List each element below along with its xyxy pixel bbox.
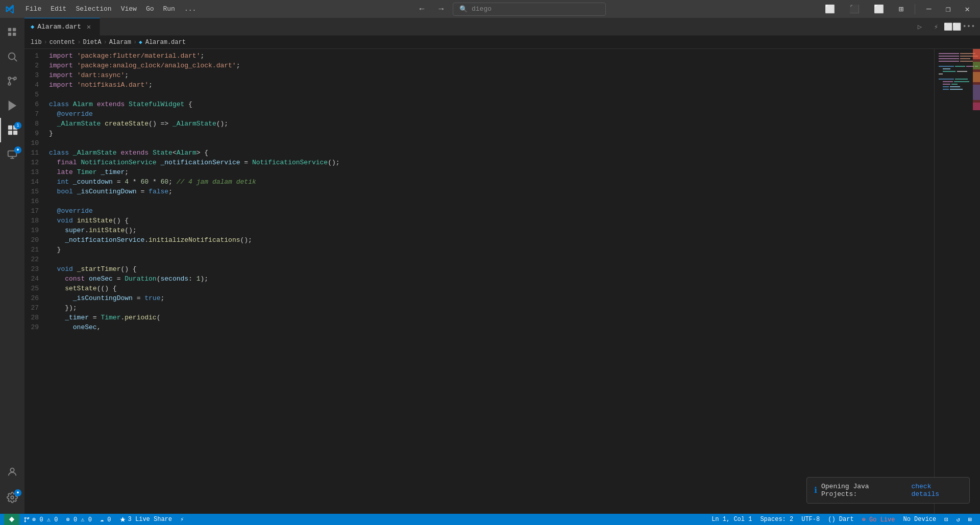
status-cloud[interactable]: ☁ 0 xyxy=(96,514,115,525)
search-text: diego xyxy=(472,5,492,13)
svg-rect-29 xyxy=(955,66,965,67)
menu-run[interactable]: Run xyxy=(159,3,179,15)
svg-rect-47 xyxy=(973,49,980,59)
code-editor[interactable]: 12345 678910 1112131415 1617181920 21222… xyxy=(24,49,980,514)
svg-rect-39 xyxy=(954,81,969,82)
svg-rect-33 xyxy=(943,71,955,72)
code-line xyxy=(45,255,934,264)
notification-text: Opening Java Projects: xyxy=(821,483,907,498)
activity-account[interactable] xyxy=(0,460,24,484)
tab-close-button[interactable]: ✕ xyxy=(84,22,93,32)
svg-rect-1 xyxy=(8,33,11,36)
search-bar[interactable]: 🔍 diego xyxy=(453,3,606,16)
code-line: oneSec, xyxy=(45,322,934,332)
status-refresh-btn[interactable]: ↺ xyxy=(952,514,964,525)
status-errors[interactable]: ⊗ 0 ⚠ 0 xyxy=(62,514,95,525)
code-line: _timer = Timer.periodic( xyxy=(45,313,934,322)
layout-panel-icon[interactable]: ⬜ xyxy=(869,2,889,16)
svg-point-7 xyxy=(8,83,11,85)
minimize-button[interactable]: — xyxy=(921,3,937,16)
close-button[interactable]: ✕ xyxy=(960,2,975,16)
status-indentation[interactable]: Spaces: 2 xyxy=(756,514,797,525)
remote-icon xyxy=(8,516,15,523)
code-line xyxy=(45,196,934,206)
activity-explorer[interactable] xyxy=(0,20,24,44)
activity-remote[interactable]: ● xyxy=(0,142,24,167)
breadcrumb-file-icon: ◆ xyxy=(139,39,142,45)
activity-settings[interactable]: ● xyxy=(0,485,24,510)
layout-sidebar-icon[interactable]: ⬛ xyxy=(844,2,865,16)
status-remote-button[interactable] xyxy=(4,514,19,525)
status-live-share[interactable]: 3 Live Share xyxy=(115,514,176,525)
tab-alaram-dart[interactable]: ◆ Alaram.dart ✕ xyxy=(24,18,100,36)
breadcrumb-alaram[interactable]: Alaram xyxy=(109,39,131,46)
svg-rect-27 xyxy=(960,61,973,62)
status-git-errors: ⊗ 0 ⚠ 0 xyxy=(32,516,58,523)
status-git-branch[interactable]: ⊗ 0 ⚠ 0 xyxy=(19,514,62,525)
menu-view[interactable]: View xyxy=(117,3,141,15)
svg-rect-2 xyxy=(13,28,16,31)
remote-badge: ● xyxy=(14,146,21,154)
status-golive-label: ⊕ Go Live xyxy=(862,516,895,523)
menu-go[interactable]: Go xyxy=(142,3,158,15)
breadcrumb-lib[interactable]: lib xyxy=(31,39,42,46)
breadcrumb-dieta[interactable]: DietA xyxy=(83,39,101,46)
layout-editor-icon[interactable]: ⬜ xyxy=(820,2,840,16)
tab-dart-icon: ◆ xyxy=(31,23,34,31)
split-editor-button[interactable]: ⬜⬜ xyxy=(945,19,960,34)
status-layout-btn[interactable]: ⊡ xyxy=(940,514,952,525)
menu-selection[interactable]: Selection xyxy=(71,3,115,15)
code-line: void _startTimer() { xyxy=(45,264,934,274)
breadcrumb-content[interactable]: content xyxy=(50,39,75,46)
svg-point-17 xyxy=(10,468,14,472)
activity-source-control[interactable] xyxy=(0,69,24,93)
status-device: No Device xyxy=(903,516,936,523)
svg-rect-10 xyxy=(8,126,12,130)
svg-rect-22 xyxy=(939,56,959,57)
code-line: class _AlarmState extends State<Alarm> { xyxy=(45,148,934,158)
code-line: const oneSec = Duration(seconds: 1); xyxy=(45,274,934,284)
activity-run-debug[interactable] xyxy=(0,93,24,118)
status-bar: ⊗ 0 ⚠ 0 ⊗ 0 ⚠ 0 ☁ 0 3 Live Share ⚡ Ln 1,… xyxy=(0,514,980,525)
maximize-button[interactable]: ❐ xyxy=(941,2,956,16)
status-spaces: Spaces: 2 xyxy=(760,516,793,523)
code-line: int _countdown = 4 * 60 * 60; // 4 jam d… xyxy=(45,177,934,187)
broadcast-button[interactable]: ⚡ xyxy=(929,19,943,34)
menu-bar: File Edit Selection View Go Run ... xyxy=(21,3,200,15)
vscode-logo-icon xyxy=(5,4,15,14)
status-more-btn[interactable]: ⊞ xyxy=(964,514,976,525)
code-line: }); xyxy=(45,303,934,313)
svg-rect-44 xyxy=(943,89,949,90)
layout-grid-icon[interactable]: ⊞ xyxy=(893,2,909,16)
svg-rect-20 xyxy=(939,53,959,54)
status-encoding[interactable]: UTF-8 xyxy=(797,514,824,525)
svg-rect-13 xyxy=(13,131,17,135)
status-bolt[interactable]: ⚡ xyxy=(176,514,188,525)
activity-extensions[interactable]: 1 xyxy=(0,118,24,142)
breadcrumb: lib › content › DietA › Alaram › ◆ Alara… xyxy=(24,36,980,49)
status-go-live[interactable]: ⊕ Go Live xyxy=(858,514,899,525)
status-cursor-position[interactable]: Ln 1, Col 1 xyxy=(707,514,756,525)
git-branch-icon xyxy=(23,516,30,523)
activity-search[interactable] xyxy=(0,44,24,69)
svg-rect-26 xyxy=(939,61,959,62)
menu-edit[interactable]: Edit xyxy=(46,3,70,15)
extensions-badge: 1 xyxy=(14,122,21,129)
status-language[interactable]: () Dart xyxy=(824,514,857,525)
svg-rect-24 xyxy=(939,58,959,59)
nav-forward-button[interactable]: → xyxy=(433,3,449,16)
status-no-device[interactable]: No Device xyxy=(899,514,940,525)
more-actions-button[interactable]: ••• xyxy=(962,19,976,34)
breadcrumb-file[interactable]: Alaram.dart xyxy=(145,39,186,46)
menu-file[interactable]: File xyxy=(21,3,45,15)
svg-rect-37 xyxy=(955,79,968,80)
notification-link[interactable]: check details xyxy=(911,483,962,498)
svg-rect-48 xyxy=(973,62,980,69)
code-line: } xyxy=(45,245,934,255)
code-content[interactable]: import 'package:flutter/material.dart'; … xyxy=(45,49,934,514)
run-button[interactable]: ▷ xyxy=(913,19,927,34)
nav-back-button[interactable]: ← xyxy=(414,3,430,16)
code-line: class Alarm extends StatefulWidget { xyxy=(45,99,934,109)
title-bar: File Edit Selection View Go Run ... ← → … xyxy=(0,0,980,18)
menu-more[interactable]: ... xyxy=(180,3,200,15)
